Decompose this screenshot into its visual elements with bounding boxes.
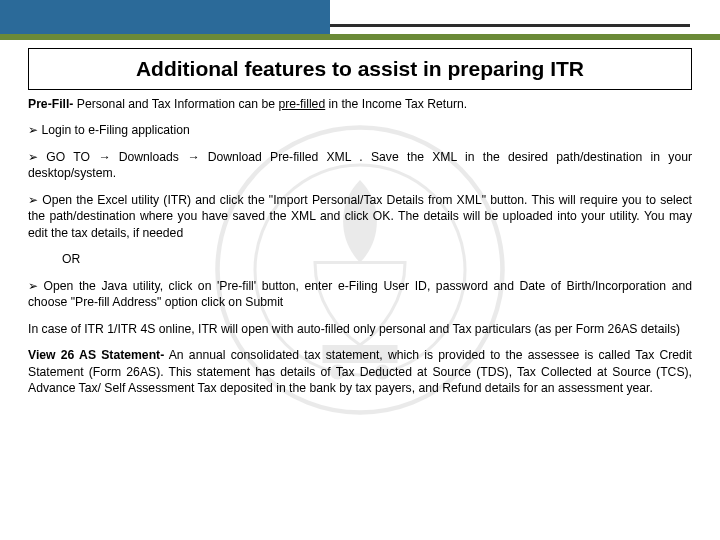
bullet-java: Open the Java utility, click on 'Pre-fil… <box>28 278 692 311</box>
online-note: In case of ITR 1/ITR 4S online, ITR will… <box>28 321 692 337</box>
prefill-before: Personal and Tax Information can be <box>73 97 278 111</box>
title-box: Additional features to assist in prepari… <box>28 48 692 90</box>
prefill-intro: Pre-Fill- Personal and Tax Information c… <box>28 96 692 112</box>
header-green-strip <box>0 34 720 40</box>
prefill-underlined: pre-filled <box>278 97 325 111</box>
header-blue-strip <box>0 0 330 34</box>
bullet-download: GO TO → Downloads → Download Pre-filled … <box>28 149 692 182</box>
prefill-after: in the Income Tax Return. <box>325 97 467 111</box>
bullet-excel: Open the Excel utility (ITR) and click t… <box>28 192 692 241</box>
header-rule <box>330 24 690 27</box>
or-separator: OR <box>28 251 692 267</box>
view-26as: View 26 AS Statement- An annual consolid… <box>28 347 692 396</box>
slide-title: Additional features to assist in prepari… <box>39 57 681 81</box>
view-26as-label: View 26 AS Statement- <box>28 348 164 362</box>
prefill-label: Pre-Fill- <box>28 97 73 111</box>
bullet-login: Login to e-Filing application <box>28 122 692 138</box>
content-area: Pre-Fill- Personal and Tax Information c… <box>28 96 692 530</box>
